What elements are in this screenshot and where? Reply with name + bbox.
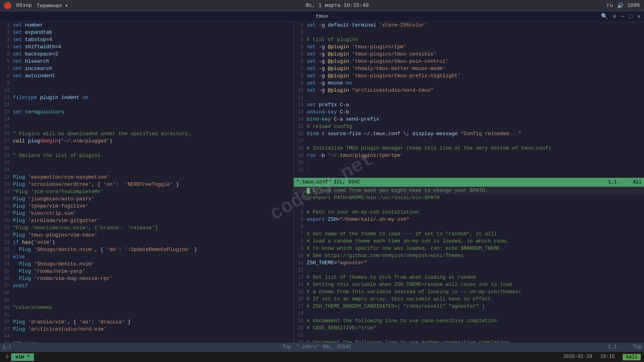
left-pane-status: 1,1 Top xyxy=(0,343,293,352)
code-line: 8set -g @plugin 'tmux-plugins/tmux-prefi… xyxy=(294,72,644,80)
code-line: 17call plug#begin('~/.vim/plugged') xyxy=(0,138,293,145)
code-line: 20 xyxy=(0,159,293,167)
code-line: 8set autoindent xyxy=(0,72,293,80)
code-line: 35 Plug 'roxma/nvim-yarp' xyxy=(0,268,293,275)
left-status-pos: 1,1 xyxy=(2,344,11,350)
host-info: kali xyxy=(623,354,641,360)
tmux-window-title: tmux xyxy=(316,13,328,19)
app-icon xyxy=(4,2,11,9)
close-button[interactable]: ✕ xyxy=(638,13,641,20)
right-bottom-status-pos: 1,1 xyxy=(608,344,617,350)
right-top-status: ".tmux.conf" 19L, 604C 1,1 All xyxy=(294,178,644,187)
code-line: 3# List of plugins xyxy=(294,36,644,43)
right-bottom-pane: 1 If you come from bash you might have t… xyxy=(294,187,644,352)
date-info: 2020-02-29 xyxy=(563,354,592,360)
right-bottom-status-file: ".zshrc" 99L, 3554C xyxy=(296,344,351,350)
code-line: 15 xyxy=(0,123,293,130)
code-line: 2 xyxy=(294,29,644,36)
code-line: 12set prefix C-a xyxy=(294,101,644,109)
minimize-button[interactable]: ─ xyxy=(621,13,624,20)
code-line: 42Plug 'dracula/vim', { 'as': 'dracula' … xyxy=(0,319,293,326)
tab-index-label: 0 xyxy=(3,354,11,360)
code-line: 20# CASE_SENSITIVE="true" xyxy=(294,325,644,332)
overview-label[interactable]: Обзор xyxy=(16,2,32,8)
code-line: 23Plug 'scrooloose/nerdtree', { 'on': 'N… xyxy=(0,181,293,188)
code-line: 9 xyxy=(0,80,293,87)
code-line: 12 xyxy=(294,267,644,274)
code-line: 15# a theme from this variable instead o… xyxy=(294,288,644,296)
code-line: 24"Plug 'ycm-core/YouCompleteMe' xyxy=(0,188,293,195)
code-line: 11 xyxy=(294,94,644,101)
code-line: 9# to know which specific one was loaded… xyxy=(294,245,644,252)
code-line: 10# See https://github.com/ohmyzsh/ohmyz… xyxy=(294,252,644,259)
code-line: 4set shiftwidth=4 xyxy=(0,43,293,51)
code-line: 40"colorschemes xyxy=(0,304,293,311)
code-line: 13unbind-key C-b xyxy=(294,109,644,116)
volume-icon[interactable]: 🔊 xyxy=(617,2,623,9)
code-line: 41 xyxy=(0,311,293,319)
tmux-bottom-bar: 0 vim * 2020-02-29 19:15 kali xyxy=(0,352,644,362)
code-line: 31if has('nvim') xyxy=(0,239,293,246)
code-line: 6set hlsearch xyxy=(0,58,293,65)
code-line: 1set -g default-terminal 'xterm-256color… xyxy=(294,22,644,29)
code-line: 14 xyxy=(0,116,293,123)
main-content: codeby.net 1set number 2set expandtab 3s… xyxy=(0,22,644,352)
code-line: 11filetype plugin indent on xyxy=(0,94,293,101)
code-line: 4set -g @plugin 'tmux-plugins/tpm' xyxy=(294,43,644,51)
right-pane: 1set -g default-terminal 'xterm-256color… xyxy=(294,22,644,352)
right-bottom-status-mode: Top xyxy=(633,344,642,350)
code-line: 2set expandtab xyxy=(0,29,293,36)
code-line: 17 xyxy=(294,138,644,145)
code-line: 28Plug 'airblade/vim-gitgutter' xyxy=(0,217,293,224)
left-pane: 1set number 2set expandtab 3set tabstop=… xyxy=(0,22,294,352)
code-line: 27Plug 'kien/ctrlp.vim' xyxy=(0,210,293,217)
search-icon[interactable]: 🔍 xyxy=(601,13,608,20)
code-line: 7set -g @plugin 'nhdaly/tmux-better-mous… xyxy=(294,65,644,72)
right-bottom-status: ".zshrc" 99L, 3554C 1,1 Top xyxy=(294,343,644,352)
right-top-status-file: ".tmux.conf" 19L, 604C xyxy=(296,179,360,185)
code-line: 14# Setting this variable when ZSH_THEME… xyxy=(294,281,644,288)
code-line: 18 xyxy=(294,310,644,317)
code-line: 4# Path to your oh-my-zsh installation. xyxy=(294,209,644,216)
time-info: 19:15 xyxy=(600,354,615,360)
code-line: 20~ xyxy=(294,159,644,167)
code-line: 19# Uncomment the following line to use … xyxy=(294,317,644,325)
code-line: 5set backspace=2 xyxy=(0,51,293,58)
terminal-label[interactable]: Терминал ▾ xyxy=(37,2,68,9)
right-top-status-pos: 1,1 xyxy=(608,179,617,185)
top-bar-left: Обзор Терминал ▾ xyxy=(4,2,68,9)
tab-vim[interactable]: vim * xyxy=(11,353,34,361)
vim-left-code[interactable]: 1set number 2set expandtab 3set tabstop=… xyxy=(0,22,293,352)
language-indicator[interactable]: ru xyxy=(607,2,613,8)
code-line: 17# ZSH_THEME_RANDOM_CANDIDATES=( "robby… xyxy=(294,303,644,310)
right-top-status-mode: All xyxy=(633,179,642,185)
tmux-titlebar: tmux 🔍 ≡ ─ □ ✕ xyxy=(0,11,644,22)
menu-icon[interactable]: ≡ xyxy=(613,13,616,20)
code-line: 16# If set to an empty array, this varia… xyxy=(294,296,644,303)
code-line: 25Plug 'jiangmiao/auto-pairs' xyxy=(0,195,293,203)
code-line: 18 xyxy=(0,145,293,152)
zshrc-code[interactable]: 1 If you come from bash you might have t… xyxy=(294,187,644,352)
code-line: 15# reload config xyxy=(294,123,644,130)
code-line: 8# load a random theme each time oh-my-z… xyxy=(294,238,644,245)
right-top-pane: 1set -g default-terminal 'xterm-256color… xyxy=(294,22,644,187)
system-top-bar: Обзор Терминал ▾ Вс, 1 марта 10:15:40 ru… xyxy=(0,0,644,11)
tmux-conf-code[interactable]: 1set -g default-terminal 'xterm-256color… xyxy=(294,22,644,187)
code-line: 37endif xyxy=(0,282,293,290)
code-line: 21 xyxy=(0,167,293,174)
code-line: 2# export PATH=$HOME/bin:/usr/local/bin:… xyxy=(294,194,644,202)
code-line: 16bind r source-file ~/.tmux.conf \; dis… xyxy=(294,130,644,138)
code-line: 1set number xyxy=(0,22,293,29)
code-line: 21 xyxy=(294,332,644,339)
code-line: 10 xyxy=(0,87,293,94)
code-line: 12 xyxy=(0,101,293,109)
code-line: 7# Set name of the theme to load --- if … xyxy=(294,230,644,238)
code-line: 44 xyxy=(0,333,293,340)
top-bar-right: ru 🔊 100% xyxy=(607,2,640,9)
code-line: 22Plug 'easymotion/vim-easymotion' xyxy=(0,174,293,181)
code-line: 19" Declare the list of plugins. xyxy=(0,152,293,159)
clock: Вс, 1 марта 10:15:40 xyxy=(306,2,369,8)
restore-button[interactable]: □ xyxy=(629,13,632,20)
code-line: 33else xyxy=(0,253,293,261)
code-line: 11ZSH_THEME="agnoster" xyxy=(294,259,644,267)
